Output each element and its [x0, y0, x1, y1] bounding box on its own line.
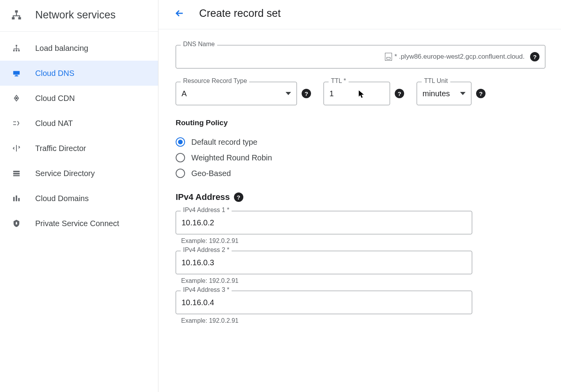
svg-rect-16	[16, 196, 17, 201]
sidebar-item-label: Private Service Connect	[35, 219, 119, 228]
sidebar-title: Network services	[35, 9, 116, 21]
svg-rect-7	[13, 71, 20, 75]
back-button[interactable]	[173, 6, 187, 20]
radio-icon	[176, 169, 185, 178]
page-header: Create record set	[158, 0, 561, 29]
sidebar: Network services Load balancing Cloud DN…	[0, 0, 158, 392]
resource-record-type-value: A	[176, 89, 286, 98]
sidebar-item-label: Traffic Director	[35, 144, 86, 153]
help-icon[interactable]: ?	[530, 52, 539, 61]
svg-rect-13	[13, 173, 20, 174]
ipv4-address-1-field[interactable]: IPv4 Address 1 *	[176, 211, 472, 234]
routing-policy-group: Default record type Weighted Round Robin…	[176, 134, 545, 181]
sidebar-item-load-balancing[interactable]: Load balancing	[0, 36, 158, 61]
svg-rect-0	[15, 10, 18, 13]
svg-rect-12	[13, 171, 20, 173]
sidebar-item-label: Service Directory	[35, 169, 95, 178]
help-icon[interactable]: ?	[234, 192, 243, 202]
svg-rect-9	[14, 76, 18, 76]
sidebar-item-label: Cloud CDN	[35, 94, 75, 103]
radio-icon	[176, 137, 185, 147]
svg-rect-6	[18, 50, 20, 52]
svg-point-19	[16, 222, 17, 223]
sidebar-item-service-directory[interactable]: Service Directory	[0, 161, 158, 186]
main-content: Create record set DNS Name * .plyw86.eur…	[158, 0, 561, 392]
sidebar-header: Network services	[0, 0, 158, 32]
svg-rect-1	[12, 17, 14, 20]
radio-icon	[176, 153, 185, 162]
dns-name-suffix-text: * .plyw86.europe-west2.gcp.confluent.clo…	[394, 53, 525, 61]
traffic-director-icon	[9, 143, 24, 154]
svg-rect-3	[16, 45, 17, 47]
chevron-down-icon	[460, 92, 466, 95]
ipv4-title-text: IPv4 Address	[176, 192, 230, 202]
cloud-dns-icon	[9, 68, 24, 79]
cloud-domains-icon	[9, 193, 24, 204]
ipv4-address-2-input[interactable]	[176, 258, 472, 267]
svg-point-11	[16, 97, 17, 99]
sidebar-nav: Load balancing Cloud DNS Cloud CDN Cloud…	[0, 32, 158, 236]
routing-policy-option-label: Geo-Based	[191, 169, 231, 178]
network-services-icon	[9, 7, 24, 23]
dns-name-label: DNS Name	[181, 41, 217, 48]
help-icon[interactable]: ?	[476, 89, 485, 98]
svg-rect-8	[15, 75, 18, 76]
sidebar-item-traffic-director[interactable]: Traffic Director	[0, 136, 158, 161]
svg-rect-14	[13, 175, 20, 176]
help-icon[interactable]: ?	[395, 89, 404, 98]
routing-policy-option-label: Weighted Round Robin	[191, 153, 272, 162]
svg-rect-4	[13, 50, 15, 52]
ipv4-address-2-field[interactable]: IPv4 Address 2 *	[176, 251, 472, 274]
sidebar-item-label: Cloud Domains	[35, 194, 89, 203]
sidebar-item-label: Cloud NAT	[35, 119, 73, 128]
page-title: Create record set	[199, 7, 281, 20]
ttl-input[interactable]	[324, 89, 390, 98]
svg-rect-2	[18, 17, 21, 20]
ttl-unit-select[interactable]: TTL Unit minutes	[417, 82, 471, 105]
cloud-cdn-icon	[9, 93, 24, 104]
ipv4-address-3-hint: Example: 192.0.2.91	[181, 317, 472, 324]
routing-policy-title: Routing Policy	[176, 119, 545, 127]
sidebar-item-cloud-dns[interactable]: Cloud DNS	[0, 61, 158, 86]
sidebar-item-cloud-nat[interactable]: Cloud NAT	[0, 111, 158, 136]
cloud-nat-icon	[9, 118, 24, 129]
ipv4-address-2-hint: Example: 192.0.2.91	[181, 277, 472, 284]
ipv4-section-title: IPv4 Address ?	[176, 192, 545, 202]
chevron-down-icon	[286, 92, 291, 95]
load-balancing-icon	[9, 43, 24, 54]
ipv4-address-1-label: IPv4 Address 1 *	[181, 207, 232, 214]
ipv4-address-3-field[interactable]: IPv4 Address 3 *	[176, 291, 472, 314]
sidebar-item-label: Load balancing	[35, 44, 88, 53]
ttl-label: TTL *	[329, 77, 349, 85]
dns-name-suffix: * .plyw86.europe-west2.gcp.confluent.clo…	[385, 53, 530, 61]
sidebar-item-private-service-connect[interactable]: Private Service Connect	[0, 211, 158, 236]
record-icon	[385, 53, 392, 61]
resource-record-type-label: Resource Record Type	[181, 77, 249, 85]
svg-rect-5	[16, 50, 17, 52]
private-service-connect-icon	[9, 218, 24, 229]
routing-policy-option-label: Default record type	[191, 138, 257, 147]
sidebar-item-cloud-domains[interactable]: Cloud Domains	[0, 186, 158, 211]
ipv4-address-1-input[interactable]	[176, 218, 472, 227]
sidebar-item-cloud-cdn[interactable]: Cloud CDN	[0, 86, 158, 111]
svg-rect-18	[16, 223, 17, 225]
routing-policy-option-geo[interactable]: Geo-Based	[176, 165, 545, 181]
ipv4-address-list: IPv4 Address 1 * Example: 192.0.2.91 IPv…	[176, 211, 472, 324]
ipv4-address-3-label: IPv4 Address 3 *	[181, 286, 232, 293]
dns-name-input[interactable]	[176, 52, 385, 61]
routing-policy-option-weighted[interactable]: Weighted Round Robin	[176, 150, 545, 165]
ttl-field[interactable]: TTL *	[324, 82, 390, 105]
resource-record-type-select[interactable]: Resource Record Type A	[176, 82, 297, 105]
svg-rect-17	[18, 198, 20, 201]
dns-name-field[interactable]: DNS Name * .plyw86.europe-west2.gcp.conf…	[176, 45, 545, 68]
svg-rect-15	[13, 197, 15, 201]
ttl-unit-value: minutes	[417, 89, 460, 98]
ipv4-address-3-input[interactable]	[176, 298, 472, 307]
ttl-unit-label: TTL Unit	[422, 77, 450, 85]
form: DNS Name * .plyw86.europe-west2.gcp.conf…	[158, 29, 561, 324]
help-icon[interactable]: ?	[302, 89, 311, 98]
service-directory-icon	[9, 168, 24, 179]
routing-policy-option-default[interactable]: Default record type	[176, 134, 545, 150]
sidebar-item-label: Cloud DNS	[35, 69, 74, 78]
ipv4-address-1-hint: Example: 192.0.2.91	[181, 237, 472, 245]
